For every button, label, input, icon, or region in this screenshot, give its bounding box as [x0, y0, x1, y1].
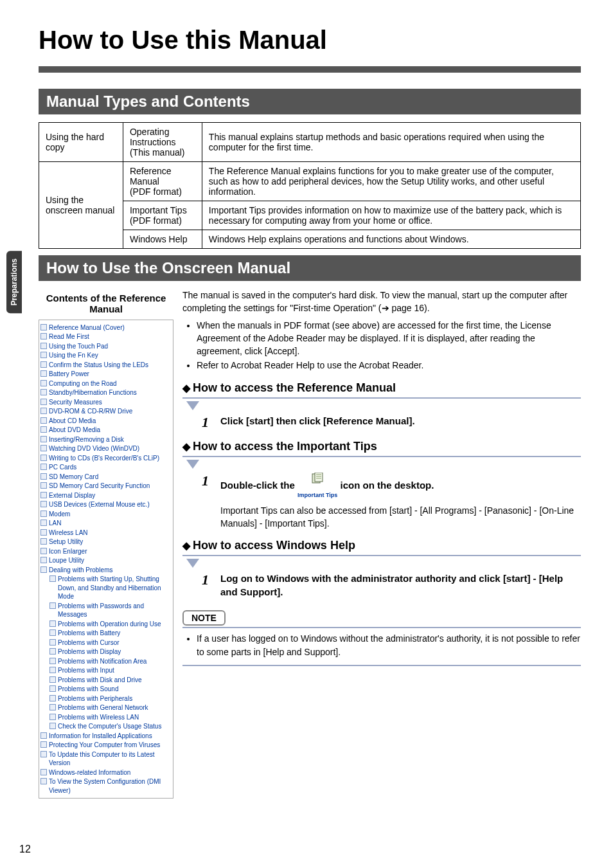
page-icon — [40, 380, 47, 386]
step-a1: 1 Click [start] then click [Reference Ma… — [202, 414, 581, 431]
toc-item[interactable]: Loupe Utility — [40, 556, 172, 566]
toc-item[interactable]: Protecting Your Computer from Viruses — [40, 741, 172, 750]
toc-item[interactable]: Check the Computer's Usage Status — [40, 722, 172, 732]
toc-item[interactable]: Icon Enlarger — [40, 547, 172, 556]
toc-item[interactable]: Inserting/Removing a Disk — [40, 435, 172, 444]
toc-item-label: Problems with Operation during Use — [58, 620, 161, 629]
step-b1-sub: Important Tips can also be accessed from… — [220, 504, 581, 530]
toc-item-label: Reference Manual (Cover) — [49, 323, 125, 332]
rule — [182, 555, 581, 556]
toc-item-label: SD Memory Card — [49, 473, 98, 482]
toc-item-label: Information for Installed Applications — [49, 732, 152, 741]
cell-refman-desc: The Reference Manual explains functions … — [202, 162, 580, 201]
toc-item-label: Problems with Display — [58, 647, 121, 656]
toc-item[interactable]: Problems with Cursor — [40, 638, 172, 647]
toc-item[interactable]: Problems with Disk and Drive — [40, 675, 172, 685]
page-icon — [49, 695, 56, 701]
toc-item[interactable]: Problems with Display — [40, 647, 172, 657]
toc-item[interactable]: Security Measures — [40, 397, 172, 407]
page-icon — [49, 658, 56, 664]
toc-item[interactable]: Computing on the Road — [40, 379, 172, 388]
toc-item-label: Problems with Cursor — [58, 638, 120, 647]
toc-item[interactable]: Problems with Input — [40, 666, 172, 676]
toc-item[interactable]: Problems with Starting Up, Shutting Down… — [40, 575, 172, 602]
step-number: 1 — [202, 414, 209, 431]
toc-item[interactable]: To View the System Configuration (DMI Vi… — [40, 777, 172, 795]
toc-item[interactable]: USB Devices (External Mouse etc.) — [40, 500, 172, 510]
toc-item[interactable]: Information for Installed Applications — [40, 731, 172, 741]
page-icon — [40, 333, 47, 339]
intro-page-ref: page 16). — [389, 303, 430, 313]
toc-item[interactable]: SD Memory Card — [40, 472, 172, 482]
cell-imptips-desc: Important Tips provides information on h… — [202, 201, 580, 230]
toc-item[interactable]: Dealing with Problems — [40, 565, 172, 575]
toc-item[interactable]: Writing to CDs (B's Recorder/B's CLiP) — [40, 453, 172, 463]
toc-item-label: USB Devices (External Mouse etc.) — [49, 500, 150, 509]
page-icon — [40, 464, 47, 470]
toc-item-label: Check the Computer's Usage Status — [58, 722, 161, 731]
toc-item-label: Computing on the Road — [49, 379, 117, 388]
page-icon — [40, 529, 47, 536]
toc-item-label: Loupe Utility — [49, 556, 84, 565]
page-icon — [40, 520, 47, 526]
toc-item[interactable]: DVD-ROM & CD-R/RW Drive — [40, 407, 172, 417]
page-icon — [40, 324, 47, 330]
section-manual-types: Manual Types and Contents — [39, 89, 581, 114]
toc-item[interactable]: Reference Manual (Cover) — [40, 323, 172, 332]
toc-item[interactable]: Problems with Notification Area — [40, 656, 172, 666]
toc-item[interactable]: Problems with General Network — [40, 703, 172, 713]
toc-item[interactable]: Modem — [40, 509, 172, 519]
toc-item[interactable]: Confirm the Status Using the LEDs — [40, 360, 172, 370]
toc-item-label: Using the Fn Key — [49, 351, 98, 360]
toc-item[interactable]: Problems with Wireless LAN — [40, 712, 172, 722]
page-icon — [49, 714, 56, 720]
title-underline — [39, 66, 581, 73]
page-icon — [49, 602, 56, 609]
toc-item-label: To View the System Configuration (DMI Vi… — [49, 777, 172, 795]
toc-item-label: Security Measures — [49, 398, 102, 407]
page-icon — [40, 361, 47, 368]
toc-item[interactable]: Using the Fn Key — [40, 351, 172, 361]
step-b1-body: Double-click the Important Tips icon on … — [220, 473, 581, 530]
toc-item-label: About CD Media — [49, 417, 96, 426]
toc-item-label: Problems with Sound — [58, 685, 119, 694]
toc-item[interactable]: PC Cards — [40, 463, 172, 473]
toc-item[interactable]: About DVD Media — [40, 426, 172, 435]
toc-item[interactable]: Problems with Peripherals — [40, 694, 172, 703]
toc-item[interactable]: Problems with Operation during Use — [40, 619, 172, 629]
toc-item[interactable]: To Update this Computer to its Latest Ve… — [40, 750, 172, 768]
toc-item[interactable]: External Display — [40, 491, 172, 500]
cell-onscreen: Using the onscreen manual — [39, 162, 123, 249]
toc-item[interactable]: LAN — [40, 519, 172, 529]
page-icon — [40, 501, 47, 507]
cell-winhelp-desc: Windows Help explains operations and fun… — [202, 230, 580, 249]
toc-item-label: Writing to CDs (B's Recorder/B's CLiP) — [49, 454, 159, 463]
toc-item[interactable]: Problems with Passwords and Messages — [40, 601, 172, 619]
toc-item[interactable]: Problems with Sound — [40, 685, 172, 694]
toc-item[interactable]: About CD Media — [40, 416, 172, 426]
arrow-down-icon — [186, 559, 199, 568]
toc-item-label: DVD-ROM & CD-R/RW Drive — [49, 407, 132, 416]
toc-item[interactable]: Setup Utility — [40, 538, 172, 547]
toc-item[interactable]: Windows-related Information — [40, 768, 172, 777]
page-icon — [40, 436, 47, 442]
toc-item[interactable]: Standby/Hibernation Functions — [40, 388, 172, 398]
toc-item[interactable]: Using the Touch Pad — [40, 341, 172, 351]
toc-item[interactable]: Read Me First — [40, 332, 172, 342]
toc-item[interactable]: Wireless LAN — [40, 528, 172, 538]
page-icon — [40, 732, 47, 739]
toc-item-label: Problems with Peripherals — [58, 694, 132, 703]
toc-item-label: Standby/Hibernation Functions — [49, 388, 137, 397]
page-icon — [40, 769, 47, 775]
arrow-icon: ➔ — [382, 303, 389, 313]
cell-imptips: Important Tips (PDF format) — [123, 201, 202, 230]
toc-item[interactable]: Watching DVD Video (WinDVD) — [40, 444, 172, 454]
page-icon — [40, 741, 47, 748]
toc-item-label: Modem — [49, 510, 70, 519]
toc-item[interactable]: Problems with Battery — [40, 629, 172, 638]
toc-item[interactable]: Battery Power — [40, 370, 172, 379]
page-icon — [40, 426, 47, 433]
toc-box: Reference Manual (Cover)Read Me FirstUsi… — [39, 320, 173, 799]
arrow-down-icon — [186, 460, 199, 469]
toc-item[interactable]: SD Memory Card Security Function — [40, 482, 172, 491]
